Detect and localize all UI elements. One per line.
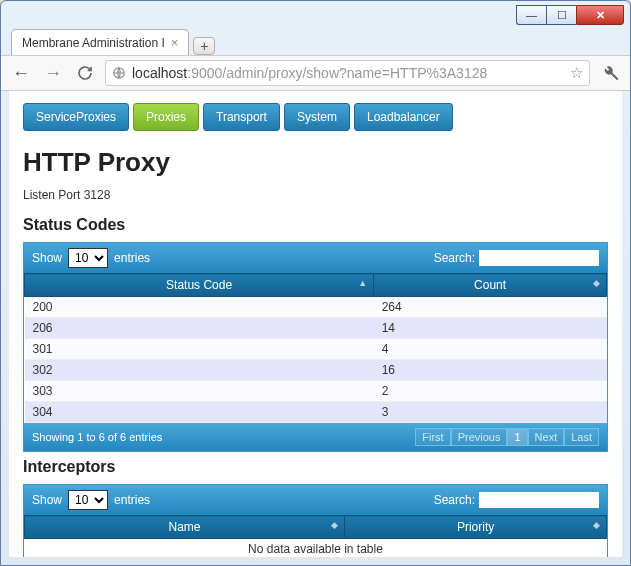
pager: First Previous 1 Next Last bbox=[415, 428, 599, 446]
url-bar[interactable]: localhost:9000/admin/proxy/show?name=HTT… bbox=[105, 60, 590, 86]
window-titlebar: — ☐ ✕ bbox=[1, 1, 630, 29]
table-row: 20614 bbox=[25, 318, 607, 339]
window-maximize-button[interactable]: ☐ bbox=[546, 5, 576, 25]
interceptors-heading: Interceptors bbox=[23, 458, 608, 476]
table-row: 30216 bbox=[25, 360, 607, 381]
settings-wrench-icon[interactable] bbox=[598, 61, 622, 85]
url-text: localhost:9000/admin/proxy/show?name=HTT… bbox=[132, 65, 487, 81]
col-priority[interactable]: Priority◆ bbox=[345, 516, 607, 539]
browser-tab[interactable]: Membrane Administration I × bbox=[11, 29, 189, 55]
cell-code: 302 bbox=[25, 360, 374, 381]
table-row: 3043 bbox=[25, 402, 607, 423]
search-label: Search: bbox=[434, 251, 475, 265]
table-row: 3032 bbox=[25, 381, 607, 402]
browser-toolbar: ← → localhost:9000/admin/proxy/show?name… bbox=[1, 55, 630, 91]
globe-icon bbox=[112, 66, 126, 80]
interceptors-topbar: Show 10 entries Search: bbox=[24, 485, 607, 515]
show-label: Show bbox=[32, 251, 62, 265]
page-title: HTTP Proxy bbox=[23, 147, 608, 178]
cell-count: 14 bbox=[374, 318, 607, 339]
page-size-select[interactable]: 10 bbox=[68, 490, 108, 510]
bookmark-star-icon[interactable]: ☆ bbox=[570, 64, 583, 82]
col-count[interactable]: Count◆ bbox=[374, 274, 607, 297]
interceptors-table-wrap: Show 10 entries Search: Name◆ Priority◆ … bbox=[23, 484, 608, 557]
page-size-select[interactable]: 10 bbox=[68, 248, 108, 268]
cell-code: 303 bbox=[25, 381, 374, 402]
reload-button[interactable] bbox=[73, 61, 97, 85]
cell-count: 2 bbox=[374, 381, 607, 402]
menu-loadbalancer[interactable]: Loadbalancer bbox=[354, 103, 453, 131]
cell-code: 304 bbox=[25, 402, 374, 423]
search-input[interactable] bbox=[479, 492, 599, 508]
new-tab-button[interactable]: + bbox=[193, 37, 215, 55]
cell-code: 200 bbox=[25, 297, 374, 318]
cell-code: 206 bbox=[25, 318, 374, 339]
tab-close-icon[interactable]: × bbox=[171, 35, 179, 50]
window-close-button[interactable]: ✕ bbox=[576, 5, 624, 25]
browser-window: — ☐ ✕ Membrane Administration I × + ← → … bbox=[0, 0, 631, 566]
cell-count: 3 bbox=[374, 402, 607, 423]
pager-last[interactable]: Last bbox=[564, 428, 599, 446]
table-row: 3014 bbox=[25, 339, 607, 360]
entries-label: entries bbox=[114, 493, 150, 507]
cell-count: 264 bbox=[374, 297, 607, 318]
table-row: 200264 bbox=[25, 297, 607, 318]
menu-transport[interactable]: Transport bbox=[203, 103, 280, 131]
cell-count: 16 bbox=[374, 360, 607, 381]
cell-count: 4 bbox=[374, 339, 607, 360]
forward-button[interactable]: → bbox=[41, 61, 65, 85]
show-label: Show bbox=[32, 493, 62, 507]
sort-asc-icon: ▲ bbox=[358, 278, 367, 288]
listen-port: Listen Port 3128 bbox=[23, 188, 608, 202]
sort-both-icon: ◆ bbox=[593, 278, 600, 288]
sort-both-icon: ◆ bbox=[593, 520, 600, 530]
pager-page-1[interactable]: 1 bbox=[507, 428, 527, 446]
search-input[interactable] bbox=[479, 250, 599, 266]
col-status-code[interactable]: Status Code▲ bbox=[25, 274, 374, 297]
status-codes-footer: Showing 1 to 6 of 6 entries First Previo… bbox=[24, 423, 607, 451]
back-button[interactable]: ← bbox=[9, 61, 33, 85]
menu-serviceproxies[interactable]: ServiceProxies bbox=[23, 103, 129, 131]
pager-previous[interactable]: Previous bbox=[451, 428, 508, 446]
menu-proxies[interactable]: Proxies bbox=[133, 103, 199, 131]
search-label: Search: bbox=[434, 493, 475, 507]
cell-code: 301 bbox=[25, 339, 374, 360]
no-data-row: No data available in table bbox=[25, 539, 607, 558]
menu-system[interactable]: System bbox=[284, 103, 350, 131]
pager-first[interactable]: First bbox=[415, 428, 450, 446]
status-codes-table-wrap: Show 10 entries Search: Status Code▲ Cou… bbox=[23, 242, 608, 452]
entries-label: entries bbox=[114, 251, 150, 265]
sort-both-icon: ◆ bbox=[331, 520, 338, 530]
pager-next[interactable]: Next bbox=[528, 428, 565, 446]
tab-title: Membrane Administration I bbox=[22, 36, 165, 50]
admin-menubar: ServiceProxies Proxies Transport System … bbox=[23, 103, 608, 131]
table-info: Showing 1 to 6 of 6 entries bbox=[32, 431, 162, 443]
page-content: ServiceProxies Proxies Transport System … bbox=[9, 91, 622, 557]
status-codes-heading: Status Codes bbox=[23, 216, 608, 234]
window-minimize-button[interactable]: — bbox=[516, 5, 546, 25]
status-codes-topbar: Show 10 entries Search: bbox=[24, 243, 607, 273]
interceptors-table: Name◆ Priority◆ No data available in tab… bbox=[24, 515, 607, 557]
browser-tabstrip: Membrane Administration I × + bbox=[1, 29, 630, 55]
col-name[interactable]: Name◆ bbox=[25, 516, 345, 539]
status-codes-table: Status Code▲ Count◆ 20026420614301430216… bbox=[24, 273, 607, 423]
